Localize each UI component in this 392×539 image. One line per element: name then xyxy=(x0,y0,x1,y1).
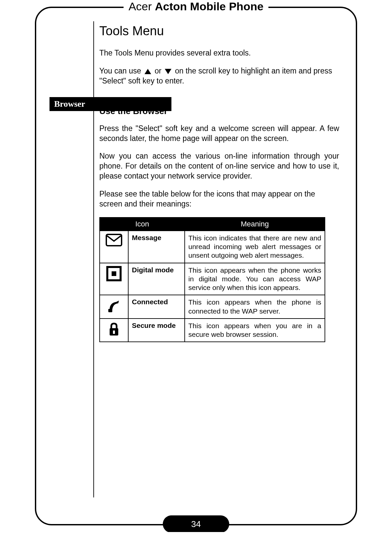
table-row: Message This icon indicates that there a… xyxy=(100,231,325,263)
icon-meaning-table: Icon Meaning Message This icon indicates… xyxy=(99,217,325,342)
digital-mode-icon xyxy=(100,263,128,295)
row-name: Digital mode xyxy=(128,263,185,295)
row-meaning: This icon appears when you are in a secu… xyxy=(185,319,325,342)
table-row: Secure mode This icon appears when you a… xyxy=(100,319,325,342)
message-icon xyxy=(100,231,128,263)
connected-icon xyxy=(100,295,128,319)
page-number: 34 xyxy=(163,515,229,532)
scroll-instruction-paragraph: You can use or on the scroll key to high… xyxy=(99,66,339,86)
browser-para-2: Now you can access the various on-line i… xyxy=(99,151,339,181)
scroll-text-pre: You can use xyxy=(99,67,143,75)
row-meaning: This icon indicates that there are new a… xyxy=(185,231,325,263)
content-area: Tools Menu The Tools Menu provides sever… xyxy=(36,8,356,524)
header-icon: Icon xyxy=(100,217,185,231)
svg-rect-0 xyxy=(106,234,122,246)
svg-rect-5 xyxy=(113,331,115,334)
row-meaning: This icon appears when the phone works i… xyxy=(185,263,325,295)
section-title: Tools Menu xyxy=(99,24,339,38)
scroll-text-mid: or xyxy=(155,67,164,75)
svg-rect-3 xyxy=(108,309,112,312)
table-row: Digital mode This icon appears when the … xyxy=(100,263,325,295)
down-arrow-icon xyxy=(165,69,171,74)
browser-para-3: Please see the table below for the icons… xyxy=(99,189,339,209)
table-header-row: Icon Meaning xyxy=(100,217,325,231)
row-meaning: This icon appears when the phone is conn… xyxy=(185,295,325,319)
intro-paragraph: The Tools Menu provides several extra to… xyxy=(99,48,339,58)
row-name: Secure mode xyxy=(128,319,185,342)
header-meaning: Meaning xyxy=(185,217,325,231)
browser-para-1: Press the "Select" soft key and a welcom… xyxy=(99,124,339,144)
row-name: Connected xyxy=(128,295,185,319)
page-frame: Acer Acton Mobile Phone Browser Tools Me… xyxy=(35,7,357,525)
row-name: Message xyxy=(128,231,185,263)
secure-mode-icon xyxy=(100,319,128,342)
up-arrow-icon xyxy=(145,69,151,74)
subheading-use-browser: Use the Browser xyxy=(99,106,339,116)
svg-rect-2 xyxy=(112,271,116,276)
table-row: Connected This icon appears when the pho… xyxy=(100,295,325,319)
